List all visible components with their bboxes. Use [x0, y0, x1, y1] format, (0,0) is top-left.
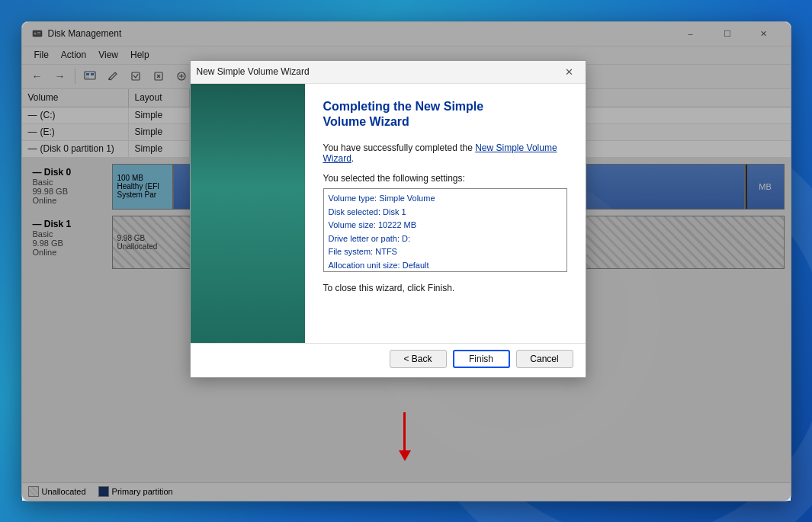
wizard-footer: < Back Finish Cancel [191, 343, 586, 377]
wizard-dialog: New Simple Volume Wizard ✕ Completing th… [190, 60, 586, 378]
setting-volume-type: Volume type: Simple Volume [329, 192, 562, 206]
wizard-overlay: New Simple Volume Wizard ✕ Completing th… [22, 22, 791, 501]
setting-fs: File system: NTFS [329, 245, 562, 259]
arrow-head [399, 450, 411, 461]
setting-size: Volume size: 10222 MB [329, 219, 562, 232]
wizard-title-bar: New Simple Volume Wizard ✕ [191, 61, 586, 84]
setting-drive: Drive letter or path: D: [329, 232, 562, 246]
wizard-body: Completing the New SimpleVolume Wizard Y… [191, 84, 586, 343]
disk-management-window: Disk Management – ☐ ✕ File Action View H… [21, 21, 791, 501]
setting-disk: Disk selected: Disk 1 [329, 206, 562, 219]
wizard-settings-box[interactable]: Volume type: Simple Volume Disk selected… [323, 188, 567, 272]
wizard-title-text: New Simple Volume Wizard [197, 66, 560, 77]
setting-alloc: Allocation unit size: Default [329, 259, 562, 272]
wizard-settings-label: You selected the following settings: [323, 173, 567, 184]
wizard-intro: You have successfully completed the New … [323, 143, 567, 164]
wizard-main: Completing the New SimpleVolume Wizard Y… [305, 84, 586, 343]
wizard-back-button[interactable]: < Back [390, 350, 447, 368]
wizard-close-button[interactable]: ✕ [560, 63, 579, 80]
wizard-finish-button[interactable]: Finish [453, 350, 510, 368]
wizard-link: New Simple Volume Wizard [323, 143, 557, 164]
wizard-cancel-button[interactable]: Cancel [516, 350, 573, 368]
wizard-heading: Completing the New SimpleVolume Wizard [323, 99, 567, 131]
wizard-sidebar [191, 84, 305, 343]
arrow-line [403, 412, 406, 450]
wizard-finish-text: To close this wizard, click Finish. [323, 283, 567, 293]
red-arrow [399, 412, 411, 461]
